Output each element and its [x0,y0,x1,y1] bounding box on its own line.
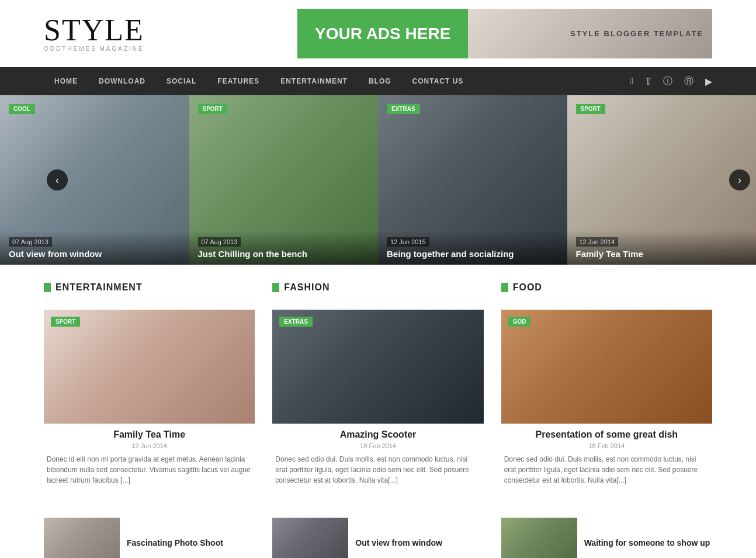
fashion-card-title: Amazing Scooter [275,429,480,440]
slider-section: ‹ COOL 07 Aug 2013 Out view from window … [0,95,756,265]
fashion-card-img: EXTRAS [272,310,483,424]
logo-left: ODDTHEMES [44,46,97,52]
slide-2-tag: SPORT [198,104,227,114]
slider-next-button[interactable]: › [729,169,750,190]
mini-card-1-img [44,518,120,558]
slide-3-date: 12 Jun 2015 [387,237,429,247]
mini-card-2-info: Out view from window [355,538,483,550]
header: STYLE ODDTHEMES MAGAZINE YOUR ADS HERE S… [0,0,756,67]
youtube-icon[interactable]: ▶ [705,76,712,87]
fashion-card[interactable]: EXTRAS Amazing Scooter 18 Feb 2014 Donec… [272,310,483,488]
entertainment-card[interactable]: SPORT Family Tea Time 12 Jun 2014 Donec … [44,310,255,488]
food-card[interactable]: GOD Presentation of some great dish 18 F… [501,310,712,488]
entertainment-title: ENTERTAINMENT [56,282,143,293]
food-title: FOOD [513,282,542,293]
nav-links: HOME DOWNLOAD SOCIAL FEATURES ENTERTAINM… [44,67,474,95]
mini-card-3[interactable]: Waiting for someone to show up [493,518,712,558]
slide-4-title: Family Tea Time [576,249,748,259]
mini-card-3-info: Waiting for someone to show up [584,538,712,550]
food-card-img: GOD [501,310,712,424]
fashion-card-body: Amazing Scooter 18 Feb 2014 Donec sed od… [272,424,483,488]
instagram-icon[interactable]: ⓘ [663,75,672,88]
slide-4: SPORT 12 Jun 2014 Family Tea Time [567,95,757,265]
nav-social-icons:  𝕋 ⓘ Ⓡ ▶ [630,75,712,88]
twitter-icon[interactable]: 𝕋 [645,76,651,87]
navbar: HOME DOWNLOAD SOCIAL FEATURES ENTERTAINM… [0,67,756,95]
slide-3-title: Being together and socializing [387,249,559,259]
mini-card-2-title: Out view from window [355,538,483,547]
entertainment-card-date: 12 Jun 2014 [47,442,252,449]
slide-1-info: 07 Aug 2013 Out view from window [0,230,189,265]
ad-right: STYLE BLOGGER TEMPLATE [468,9,712,58]
entertainment-card-title: Family Tea Time [47,429,252,440]
mini-card-2-img [272,518,348,558]
entertainment-card-img: SPORT [44,310,255,424]
mini-card-3-img [501,518,577,558]
mini-card-3-title: Waiting for someone to show up [584,538,712,547]
slide-1-tag: COOL [9,104,35,114]
mini-card-1-title: Fascinating Photo Shoot [127,538,255,547]
mini-card-2[interactable]: Out view from window [263,518,492,558]
bottom-row: Fascinating Photo Shoot Out view from wi… [0,509,756,558]
nav-social[interactable]: SOCIAL [156,67,207,95]
food-heading: FOOD [501,282,712,299]
entertainment-card-text: Donec id elit non mi porta gravida at eg… [47,454,252,486]
slide-2-info: 07 Aug 2013 Just Chilling on the bench [189,230,379,265]
fashion-title: FASHION [284,282,330,293]
nav-entertainment[interactable]: ENTERTAINMENT [270,67,358,95]
food-card-date: 18 Feb 2014 [504,442,709,449]
slide-2-date: 07 Aug 2013 [198,237,241,247]
fashion-card-tag: EXTRAS [279,317,313,327]
sections-row: ENTERTAINMENT SPORT Family Tea Time 12 J… [0,265,756,509]
slide-1-title: Out view from window [9,249,181,259]
ad-banner[interactable]: YOUR ADS HERE STYLE BLOGGER TEMPLATE [297,9,712,58]
slide-3-tag: EXTRAS [387,104,420,114]
fashion-card-text: Donec sed odio dui. Duis mollis, est non… [275,454,480,486]
food-bar [501,283,508,292]
entertainment-section: ENTERTAINMENT SPORT Family Tea Time 12 J… [44,282,263,497]
slide-2-title: Just Chilling on the bench [198,249,370,259]
entertainment-heading: ENTERTAINMENT [44,282,255,299]
slide-4-date: 12 Jun 2014 [576,237,619,247]
slide-4-info: 12 Jun 2014 Family Tea Time [567,230,757,265]
ad-subtext: STYLE BLOGGER TEMPLATE [570,29,703,38]
nav-blog[interactable]: BLOG [358,67,402,95]
nav-features[interactable]: FEATURES [207,67,270,95]
entertainment-bar [44,283,51,292]
pinterest-icon[interactable]: Ⓡ [684,75,693,88]
ad-text: YOUR ADS HERE [297,25,468,43]
logo-title: STYLE [44,15,144,46]
food-card-text: Donec sed odio dui. Duis mollis, est non… [504,454,709,486]
slide-4-tag: SPORT [576,104,605,114]
food-section: FOOD GOD Presentation of some great dish… [493,282,712,497]
nav-download[interactable]: DOWNLOAD [88,67,156,95]
entertainment-card-body: Family Tea Time 12 Jun 2014 Donec id eli… [44,424,255,488]
nav-home[interactable]: HOME [44,67,88,95]
entertainment-card-tag: SPORT [51,317,80,327]
food-card-body: Presentation of some great dish 18 Feb 2… [501,424,712,488]
mini-card-1-info: Fascinating Photo Shoot [127,538,255,550]
slider-container: COOL 07 Aug 2013 Out view from window SP… [0,95,756,265]
facebook-icon[interactable]:  [630,76,633,86]
fashion-bar [272,283,279,292]
fashion-card-date: 18 Feb 2014 [275,442,480,449]
slider-prev-button[interactable]: ‹ [47,169,68,190]
mini-card-1[interactable]: Fascinating Photo Shoot [44,518,263,558]
fashion-heading: FASHION [272,282,483,299]
logo-right: MAGAZINE [100,46,144,52]
slide-1: COOL 07 Aug 2013 Out view from window [0,95,189,265]
nav-contact[interactable]: CONTACT US [402,67,474,95]
slide-2: SPORT 07 Aug 2013 Just Chilling on the b… [189,95,379,265]
fashion-section: FASHION EXTRAS Amazing Scooter 18 Feb 20… [263,282,492,497]
food-card-title: Presentation of some great dish [504,429,709,440]
slide-1-date: 07 Aug 2013 [9,237,52,247]
slide-3: EXTRAS 12 Jun 2015 Being together and so… [378,95,567,265]
slide-3-info: 12 Jun 2015 Being together and socializi… [378,230,567,265]
food-card-tag: GOD [508,317,531,327]
logo[interactable]: STYLE ODDTHEMES MAGAZINE [44,15,144,52]
